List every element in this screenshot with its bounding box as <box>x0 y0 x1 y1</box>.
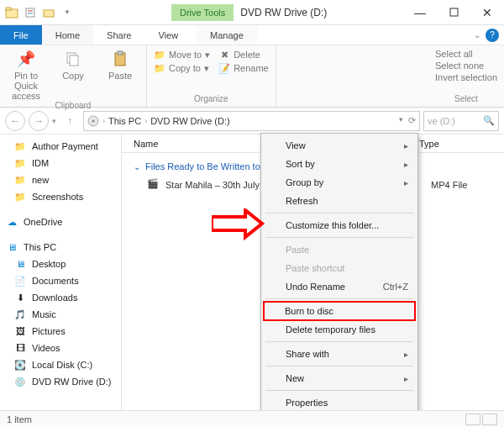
ctx-view[interactable]: View▸ <box>264 136 415 155</box>
qat-properties-icon[interactable] <box>24 6 37 19</box>
search-input[interactable]: ve (D:) 🔍 <box>423 111 499 131</box>
maximize-button[interactable] <box>437 1 470 24</box>
nav-tree[interactable]: 📁Author Payment 📁IDM 📁new 📁Screenshots ☁… <box>0 134 122 410</box>
ctx-label: Refresh <box>286 196 318 206</box>
tree-documents[interactable]: 📄Documents <box>0 272 121 289</box>
ribbon-tabs: File Home Share View Manage ⌄ ? <box>0 25 504 45</box>
folder-icon: 📁 <box>13 156 27 170</box>
recent-dropdown-icon[interactable]: ▾ <box>52 117 56 125</box>
file-type: MP4 File <box>431 180 467 190</box>
tree-folder[interactable]: 📁Screenshots <box>0 188 121 205</box>
tree-pictures[interactable]: 🖼Pictures <box>0 323 121 340</box>
tree-localdisk[interactable]: 💽Local Disk (C:) <box>0 356 121 373</box>
ctx-customize[interactable]: Customize this folder... <box>264 216 415 235</box>
ctx-sort[interactable]: Sort by▸ <box>264 155 415 173</box>
tree-label: IDM <box>32 158 49 168</box>
qat-dropdown-icon[interactable]: ▼ <box>60 6 74 19</box>
ctx-new[interactable]: New▸ <box>264 369 415 387</box>
qat-newfolder-icon[interactable] <box>42 6 55 19</box>
crumb-sep: › <box>102 117 105 125</box>
ctx-shortcut: Ctrl+Z <box>383 282 408 292</box>
delete-icon: ✖ <box>218 49 230 61</box>
svg-rect-8 <box>70 55 78 66</box>
view-icons-button[interactable] <box>482 414 497 425</box>
search-placeholder: ve (D:) <box>428 116 455 126</box>
crumb-sep2: › <box>144 117 147 125</box>
move-to-button[interactable]: 📁Move to ▾ <box>154 49 210 61</box>
back-button[interactable]: ← <box>5 111 25 131</box>
select-none-label: Select none <box>435 61 484 71</box>
submenu-arrow-icon: ▸ <box>404 178 408 187</box>
tree-music[interactable]: 🎵Music <box>0 306 121 323</box>
group-select-label: Select <box>454 94 478 105</box>
ctx-properties[interactable]: Properties <box>264 393 415 412</box>
invert-label: Invert selection <box>435 72 497 82</box>
forward-button[interactable]: → <box>29 111 49 131</box>
paste-button[interactable]: Paste <box>101 49 139 81</box>
svg-rect-6 <box>450 8 458 16</box>
copy-button[interactable]: Copy <box>54 49 92 81</box>
move-icon: 📁 <box>154 49 165 61</box>
tree-videos[interactable]: 🎞Videos <box>0 340 121 356</box>
disk-icon: 💽 <box>13 358 27 372</box>
tab-manage[interactable]: Manage <box>197 25 257 45</box>
copy-to-button[interactable]: 📁Copy to ▾ <box>154 62 210 74</box>
ctx-label: Delete temporary files <box>286 324 375 335</box>
ctx-label: Undo Rename <box>286 282 345 292</box>
invert-selection-button[interactable]: Invert selection <box>435 72 497 82</box>
paste-icon <box>110 49 130 69</box>
tree-folder[interactable]: 📁IDM <box>0 155 121 171</box>
close-button[interactable]: ✕ <box>470 1 504 24</box>
ctx-label: View <box>286 140 306 150</box>
minimize-button[interactable]: — <box>403 1 437 24</box>
tree-desktop[interactable]: 🖥Desktop <box>0 256 121 272</box>
select-all-button[interactable]: Select all <box>435 49 497 59</box>
ctx-delete-temp[interactable]: Delete temporary files <box>264 320 415 339</box>
tree-label: Author Payment <box>32 141 98 151</box>
ctx-undo-rename[interactable]: Undo RenameCtrl+Z <box>264 277 415 296</box>
delete-button[interactable]: ✖Delete <box>218 49 269 61</box>
video-file-icon: 🎬 <box>147 178 160 192</box>
pc-icon: 🖥 <box>5 240 18 254</box>
ctx-label: Paste <box>286 245 309 255</box>
crumb-thispc[interactable]: This PC <box>108 116 141 126</box>
tree-downloads[interactable]: ⬇Downloads <box>0 289 121 306</box>
up-button[interactable]: ↑ <box>60 111 80 131</box>
ctx-group[interactable]: Group by▸ <box>264 173 415 192</box>
tree-folder[interactable]: 📁Author Payment <box>0 138 121 155</box>
ctx-share-with[interactable]: Share with▸ <box>264 345 415 363</box>
tree-dvd[interactable]: 💿DVD RW Drive (D:) <box>0 373 121 390</box>
col-type[interactable]: Type <box>419 139 439 149</box>
tab-file[interactable]: File <box>0 25 42 45</box>
view-details-button[interactable] <box>465 414 480 425</box>
downloads-icon: ⬇ <box>13 291 27 304</box>
pin-quick-access-button[interactable]: 📌 Pin to Quick access <box>7 49 45 101</box>
ctx-separator <box>265 298 413 299</box>
dvd-icon: 💿 <box>13 375 27 388</box>
ctx-label: Share with <box>286 349 329 359</box>
crumb-drive[interactable]: DVD RW Drive (D:) <box>150 116 230 126</box>
help-icon[interactable]: ? <box>486 29 499 42</box>
ribbon-collapse-icon[interactable]: ⌄ <box>474 30 480 40</box>
tree-thispc[interactable]: 🖥This PC <box>0 239 121 256</box>
submenu-arrow-icon: ▸ <box>404 141 408 150</box>
desktop-icon: 🖥 <box>13 257 27 271</box>
tab-view[interactable]: View <box>144 25 192 45</box>
ctx-refresh[interactable]: Refresh <box>264 192 415 210</box>
rename-button[interactable]: 📝Rename <box>218 62 269 74</box>
refresh-icon[interactable]: ⟳ <box>408 115 416 126</box>
tree-folder[interactable]: 📁new <box>0 171 121 188</box>
select-none-button[interactable]: Select none <box>435 61 497 71</box>
address-bar[interactable]: › This PC › DVD RW Drive (D:) ▾ ⟳ <box>83 111 420 131</box>
addr-dropdown-icon[interactable]: ▾ <box>399 115 403 126</box>
tree-label: Screenshots <box>32 192 83 202</box>
tree-label: Documents <box>32 276 79 286</box>
paste-label: Paste <box>108 71 132 81</box>
ctx-burn-to-disc[interactable]: Burn to disc <box>263 301 416 321</box>
tree-onedrive[interactable]: ☁OneDrive <box>0 214 121 230</box>
ctx-separator <box>265 366 413 366</box>
tree-label: Local Disk (C:) <box>32 360 92 370</box>
tab-home[interactable]: Home <box>42 25 93 45</box>
onedrive-icon: ☁ <box>5 215 18 229</box>
tab-share[interactable]: Share <box>93 25 144 45</box>
